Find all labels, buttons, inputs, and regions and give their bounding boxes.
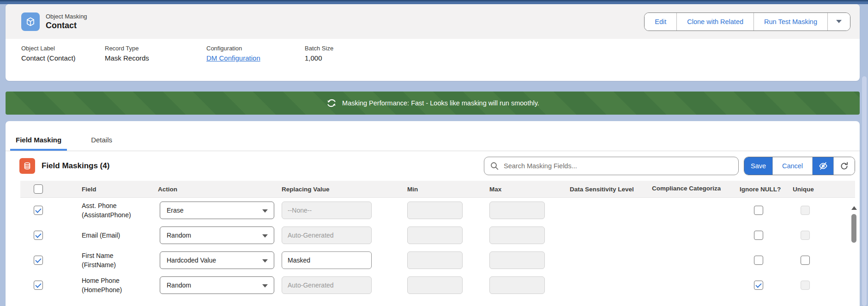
record-action-button-group: Edit Clone with Related Run Test Masking	[644, 12, 850, 31]
refresh-icon	[840, 162, 849, 171]
chevron-down-icon	[262, 234, 268, 238]
tab-details[interactable]: Details	[85, 129, 118, 151]
ignore-null-checkbox[interactable]	[754, 256, 763, 265]
col-header-ignore-null: Ignore NULL?	[737, 186, 790, 193]
refresh-button[interactable]	[833, 157, 855, 175]
run-test-masking-button[interactable]: Run Test Masking	[753, 13, 827, 31]
table-row: Email (Email) Random Auto-Generated	[20, 223, 855, 248]
replacing-value-input: Auto-Generated	[282, 226, 372, 244]
replacing-value-input[interactable]: Masked	[282, 251, 372, 269]
min-input	[407, 276, 463, 294]
ignore-null-checkbox[interactable]	[754, 206, 763, 215]
field-maskings-icon	[19, 158, 35, 174]
eye-slash-icon	[819, 161, 828, 171]
detail-value: Contact (Contact)	[21, 54, 105, 62]
detail-label: Object Label	[21, 45, 105, 52]
unique-checkbox[interactable]	[801, 256, 810, 265]
scrollbar-thumb[interactable]	[851, 214, 856, 243]
col-header-action: Action	[158, 186, 278, 193]
tab-field-masking[interactable]: Field Masking	[10, 129, 67, 151]
replacing-value-input: Auto-Generated	[282, 276, 372, 294]
field-name: Home Phone (HomePhone)	[68, 276, 137, 294]
replacing-value-input: --None--	[282, 202, 372, 219]
max-input	[489, 276, 545, 294]
object-masking-icon	[21, 12, 40, 31]
table-scrollbar[interactable]	[850, 203, 857, 306]
page-scrollbar[interactable]	[862, 76, 867, 306]
action-dropdown[interactable]: Erase	[160, 202, 274, 219]
select-all-checkbox[interactable]	[34, 184, 43, 194]
search-box	[484, 157, 739, 175]
row-select-checkbox[interactable]	[34, 281, 43, 290]
record-header-band: Object Masking Contact Edit Clone with R…	[6, 4, 860, 39]
col-header-max: Max	[486, 186, 567, 193]
action-dropdown[interactable]: Hardcoded Value	[160, 251, 274, 269]
record-header-card: Object Masking Contact Edit Clone with R…	[6, 4, 860, 81]
col-header-min: Min	[403, 186, 486, 193]
search-input[interactable]	[484, 157, 739, 175]
table-row: Asst. Phone (AssistantPhone) Erase --Non…	[20, 198, 855, 223]
hide-preview-button[interactable]	[812, 157, 833, 175]
ignore-null-checkbox[interactable]	[754, 231, 763, 240]
field-name: Asst. Phone (AssistantPhone)	[68, 201, 137, 220]
clone-with-related-button[interactable]: Clone with Related	[676, 13, 753, 31]
table-action-button-group: Save Cancel	[744, 157, 855, 175]
field-name: Email (Email)	[68, 231, 137, 240]
row-select-checkbox[interactable]	[34, 231, 43, 240]
detail-configuration: Configuration DM Configuration	[206, 45, 305, 62]
col-header-field: Field	[68, 186, 158, 193]
edit-button[interactable]: Edit	[645, 13, 676, 31]
min-input	[407, 226, 463, 244]
more-actions-button[interactable]	[827, 13, 850, 31]
scroll-up-arrow-icon[interactable]	[851, 206, 857, 210]
chevron-down-icon	[262, 284, 268, 288]
field-name: First Name (FirstName)	[68, 251, 137, 269]
min-input	[407, 202, 463, 219]
detail-label: Record Type	[105, 45, 206, 52]
chevron-down-icon	[262, 259, 268, 263]
tab-bar: Field Masking Details	[6, 121, 860, 151]
detail-label: Configuration	[206, 45, 305, 52]
unique-checkbox	[801, 206, 810, 215]
field-masking-card: Field Masking Details Field Maskings (4)	[6, 121, 860, 306]
detail-value: Mask Records	[105, 54, 206, 62]
col-header-replacing-value: Replacing Value	[278, 186, 403, 193]
col-header-data-sensitivity: Data Sensitivity Level	[567, 186, 650, 193]
table-row: First Name (FirstName) Hardcoded Value M…	[20, 248, 855, 273]
save-button[interactable]: Save	[744, 157, 772, 175]
record-detail-fields: Object Label Contact (Contact) Record Ty…	[6, 39, 860, 62]
action-dropdown[interactable]: Random	[160, 276, 274, 294]
table-header-row: Field Action Replacing Value Min Max Dat…	[20, 181, 855, 198]
chevron-down-icon	[836, 20, 842, 23]
row-select-checkbox[interactable]	[34, 256, 43, 265]
max-input	[489, 202, 545, 219]
max-input	[489, 251, 545, 269]
cube-icon	[24, 16, 36, 28]
detail-record-type: Record Type Mask Records	[105, 45, 206, 62]
col-header-compliance: Compliance Categoriza	[650, 185, 737, 193]
detail-batch-size: Batch Size 1,000	[305, 45, 397, 62]
sync-icon	[326, 98, 337, 109]
field-maskings-section-header: Field Maskings (4) Save Cancel	[6, 151, 860, 181]
ignore-null-checkbox[interactable]	[754, 281, 763, 290]
database-icon	[22, 161, 32, 171]
search-icon	[490, 161, 499, 172]
banner-message: Masking Performance: Fast - Looks like m…	[342, 99, 539, 107]
min-input	[407, 251, 463, 269]
detail-value: 1,000	[305, 54, 397, 62]
chevron-down-icon	[262, 209, 268, 213]
dm-configuration-link[interactable]: DM Configuration	[206, 54, 260, 62]
action-dropdown[interactable]: Random	[160, 226, 274, 244]
detail-label: Batch Size	[305, 45, 397, 52]
entity-label: Object Masking	[46, 13, 87, 20]
page-title: Contact	[46, 21, 87, 31]
row-select-checkbox[interactable]	[34, 206, 43, 215]
cancel-button[interactable]: Cancel	[772, 157, 812, 175]
max-input	[489, 226, 545, 244]
masking-performance-banner: Masking Performance: Fast - Looks like m…	[6, 92, 860, 115]
section-title: Field Maskings (4)	[42, 161, 109, 171]
col-header-unique: Unique	[790, 186, 855, 193]
unique-checkbox	[801, 281, 810, 290]
record-titles: Object Masking Contact	[46, 13, 87, 31]
browser-top-strip	[0, 0, 868, 4]
